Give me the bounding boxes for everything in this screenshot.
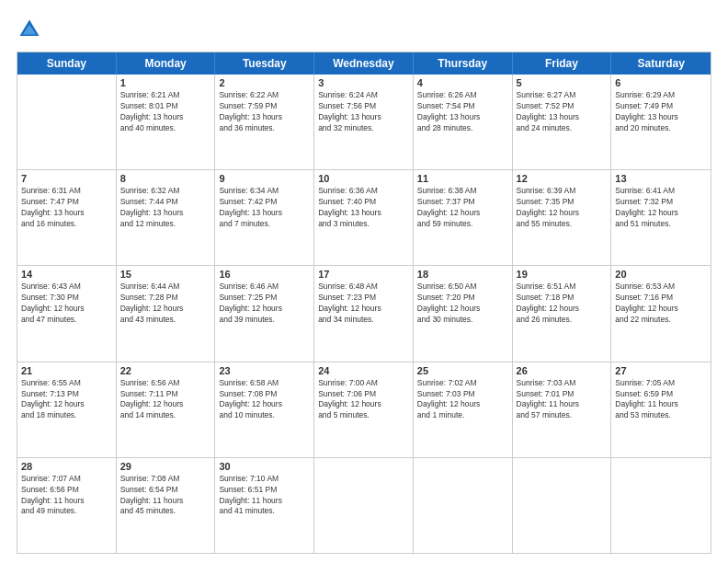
cell-line: Sunrise: 6:58 AM [219, 378, 310, 389]
cell-line: and 49 minutes. [21, 506, 112, 517]
cell-line: Sunrise: 7:07 AM [21, 474, 112, 485]
day-cell-16: 16Sunrise: 6:46 AMSunset: 7:25 PMDayligh… [215, 266, 314, 361]
cell-line: Daylight: 12 hours [120, 399, 211, 410]
day-cell-24: 24Sunrise: 7:00 AMSunset: 7:06 PMDayligh… [314, 362, 414, 457]
day-cell-23: 23Sunrise: 6:58 AMSunset: 7:08 PMDayligh… [215, 362, 314, 457]
cell-line: Sunset: 7:52 PM [517, 101, 608, 112]
cell-line: and 14 minutes. [120, 410, 211, 421]
cell-line: Sunrise: 6:21 AM [120, 90, 211, 101]
header-day-wednesday: Wednesday [314, 52, 414, 75]
cell-line: and 41 minutes. [219, 506, 310, 517]
day-number: 23 [219, 365, 310, 376]
page: SundayMondayTuesdayWednesdayThursdayFrid… [0, 0, 728, 563]
week-row-3: 14Sunrise: 6:43 AMSunset: 7:30 PMDayligh… [17, 266, 711, 362]
cell-line: Daylight: 13 hours [615, 112, 707, 123]
cell-line: and 57 minutes. [517, 410, 608, 421]
day-cell-8: 8Sunrise: 6:32 AMSunset: 7:44 PMDaylight… [117, 170, 216, 265]
day-number: 6 [615, 77, 707, 88]
cell-line: Sunset: 7:35 PM [517, 197, 608, 208]
header-day-thursday: Thursday [414, 52, 513, 75]
cell-line: Sunset: 7:32 PM [615, 197, 707, 208]
cell-line: Sunrise: 6:50 AM [417, 282, 508, 293]
cell-line: and 1 minute. [417, 410, 508, 421]
day-number: 13 [615, 173, 707, 184]
cell-line: Sunset: 7:37 PM [417, 197, 508, 208]
cell-line: Sunrise: 6:31 AM [21, 186, 112, 197]
day-number: 12 [517, 173, 608, 184]
cell-line: Daylight: 12 hours [21, 304, 112, 315]
cell-line: Sunset: 7:42 PM [219, 197, 310, 208]
cell-line: and 53 minutes. [615, 410, 707, 421]
cell-line: Sunrise: 6:29 AM [615, 90, 707, 101]
cell-line: Sunrise: 6:38 AM [417, 186, 508, 197]
day-number: 27 [615, 365, 707, 376]
cell-line: Daylight: 13 hours [517, 112, 608, 123]
cell-line: Daylight: 13 hours [219, 208, 310, 219]
cell-line: Daylight: 12 hours [517, 304, 608, 315]
day-number: 22 [120, 365, 211, 376]
cell-line: Sunset: 7:54 PM [417, 101, 508, 112]
cell-line: Daylight: 12 hours [318, 304, 409, 315]
day-cell-20: 20Sunrise: 6:53 AMSunset: 7:16 PMDayligh… [611, 266, 711, 361]
cell-line: Daylight: 12 hours [517, 208, 608, 219]
week-row-1: 1Sunrise: 6:21 AMSunset: 8:01 PMDaylight… [17, 75, 711, 170]
cell-line: and 22 minutes. [615, 315, 707, 326]
logo-icon [17, 17, 42, 42]
cell-line: Sunset: 7:03 PM [417, 389, 508, 400]
empty-cell [314, 458, 414, 553]
header [17, 17, 711, 42]
cell-line: Sunrise: 6:44 AM [120, 282, 211, 293]
cell-line: and 47 minutes. [21, 315, 112, 326]
logo [17, 17, 44, 42]
cell-line: Sunset: 7:18 PM [517, 293, 608, 304]
day-cell-22: 22Sunrise: 6:56 AMSunset: 7:11 PMDayligh… [117, 362, 216, 457]
cell-line: Daylight: 12 hours [219, 399, 310, 410]
cell-line: Sunset: 6:51 PM [219, 485, 310, 496]
cell-line: and 45 minutes. [120, 506, 211, 517]
day-cell-30: 30Sunrise: 7:10 AMSunset: 6:51 PMDayligh… [215, 458, 314, 553]
cell-line: and 24 minutes. [517, 123, 608, 134]
empty-cell [17, 75, 117, 169]
day-number: 25 [417, 365, 508, 376]
empty-cell [513, 458, 612, 553]
header-day-monday: Monday [117, 52, 216, 75]
cell-line: Sunset: 7:40 PM [318, 197, 409, 208]
day-number: 1 [120, 77, 211, 88]
day-cell-19: 19Sunrise: 6:51 AMSunset: 7:18 PMDayligh… [513, 266, 612, 361]
day-cell-18: 18Sunrise: 6:50 AMSunset: 7:20 PMDayligh… [414, 266, 513, 361]
day-cell-6: 6Sunrise: 6:29 AMSunset: 7:49 PMDaylight… [611, 75, 711, 169]
cell-line: Daylight: 12 hours [120, 304, 211, 315]
day-cell-17: 17Sunrise: 6:48 AMSunset: 7:23 PMDayligh… [314, 266, 414, 361]
cell-line: Sunrise: 6:39 AM [517, 186, 608, 197]
cell-line: Daylight: 12 hours [21, 399, 112, 410]
cell-line: Daylight: 13 hours [21, 208, 112, 219]
day-cell-27: 27Sunrise: 7:05 AMSunset: 6:59 PMDayligh… [611, 362, 711, 457]
day-number: 28 [21, 461, 112, 472]
cell-line: Sunset: 7:56 PM [318, 101, 409, 112]
day-number: 19 [517, 269, 608, 280]
day-number: 7 [21, 173, 112, 184]
cell-line: Daylight: 12 hours [417, 304, 508, 315]
day-cell-14: 14Sunrise: 6:43 AMSunset: 7:30 PMDayligh… [17, 266, 117, 361]
header-day-tuesday: Tuesday [215, 52, 314, 75]
day-cell-21: 21Sunrise: 6:55 AMSunset: 7:13 PMDayligh… [17, 362, 117, 457]
cell-line: Daylight: 11 hours [517, 399, 608, 410]
header-day-friday: Friday [513, 52, 612, 75]
day-number: 20 [615, 269, 707, 280]
cell-line: Sunset: 7:20 PM [417, 293, 508, 304]
cell-line: and 39 minutes. [219, 315, 310, 326]
day-cell-3: 3Sunrise: 6:24 AMSunset: 7:56 PMDaylight… [314, 75, 414, 169]
cell-line: and 51 minutes. [615, 219, 707, 230]
cell-line: Sunrise: 7:00 AM [318, 378, 409, 389]
cell-line: Sunrise: 6:22 AM [219, 90, 310, 101]
cell-line: and 16 minutes. [21, 219, 112, 230]
cell-line: Sunset: 7:28 PM [120, 293, 211, 304]
day-cell-28: 28Sunrise: 7:07 AMSunset: 6:56 PMDayligh… [17, 458, 117, 553]
cell-line: and 20 minutes. [615, 123, 707, 134]
cell-line: Sunset: 7:44 PM [120, 197, 211, 208]
week-row-4: 21Sunrise: 6:55 AMSunset: 7:13 PMDayligh… [17, 362, 711, 458]
cell-line: Daylight: 12 hours [417, 208, 508, 219]
day-number: 8 [120, 173, 211, 184]
cell-line: and 12 minutes. [120, 219, 211, 230]
cell-line: Sunset: 7:16 PM [615, 293, 707, 304]
